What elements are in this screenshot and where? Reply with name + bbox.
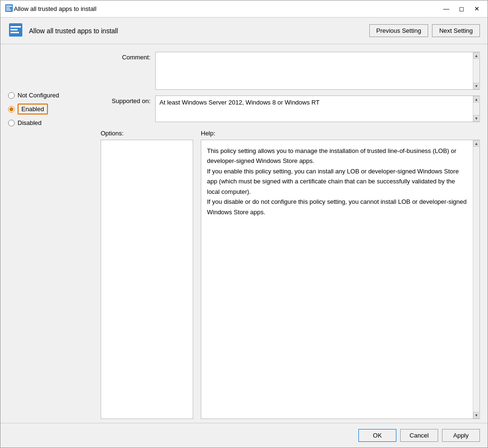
right-column: Comment: ▲ ▼ Supported on: At least Wind… — [101, 52, 480, 419]
options-box — [101, 140, 193, 419]
enabled-label: Enabled — [21, 105, 44, 113]
comment-row: Comment: ▲ ▼ — [101, 52, 480, 90]
lower-section: Options: Help: This policy setting allow… — [101, 130, 480, 419]
svg-rect-6 — [10, 29, 18, 30]
disabled-label: Disabled — [18, 119, 42, 126]
help-scroll-down[interactable]: ▼ — [473, 412, 480, 419]
supported-row: Supported on: At least Windows Server 20… — [101, 95, 480, 122]
minimize-button[interactable]: ― — [439, 4, 453, 14]
comment-scroll-down[interactable]: ▼ — [473, 83, 480, 89]
comment-scrollbar: ▲ ▼ — [473, 52, 479, 89]
radio-group: Not Configured Enabled Disabled — [8, 92, 101, 126]
comment-label: Comment: — [101, 52, 155, 61]
supported-scroll-up[interactable]: ▲ — [473, 96, 480, 103]
comment-textarea[interactable] — [156, 52, 473, 89]
help-text: This policy setting allows you to manage… — [201, 140, 473, 419]
enabled-label-box: Enabled — [18, 104, 48, 114]
previous-setting-button[interactable]: Previous Setting — [369, 24, 429, 37]
next-setting-button[interactable]: Next Setting — [432, 24, 480, 37]
svg-rect-3 — [6, 10, 11, 10]
svg-rect-7 — [10, 32, 19, 33]
help-paragraph-3: If you disable or do not configure this … — [207, 197, 467, 217]
svg-rect-1 — [6, 6, 12, 7]
supported-label: Supported on: — [101, 95, 155, 105]
supported-value: At least Windows Server 2012, Windows 8 … — [156, 96, 473, 122]
supported-scroll-down[interactable]: ▼ — [473, 115, 480, 122]
maximize-button[interactable]: ◻ — [454, 4, 469, 14]
help-column: Help: This policy setting allows you to … — [201, 130, 480, 419]
options-column: Options: — [101, 130, 193, 419]
enabled-radio[interactable] — [8, 106, 15, 113]
cancel-button[interactable]: Cancel — [400, 429, 438, 442]
help-scroll-up[interactable]: ▲ — [473, 140, 480, 147]
ok-button[interactable]: OK — [358, 429, 396, 442]
help-paragraph-1: This policy setting allows you to manage… — [207, 146, 467, 166]
not-configured-option[interactable]: Not Configured — [8, 92, 101, 99]
left-column: Not Configured Enabled Disabled — [8, 52, 101, 419]
header-icon — [8, 22, 23, 39]
window-title: Allow all trusted apps to install — [14, 5, 439, 12]
close-button[interactable]: ✕ — [469, 4, 484, 14]
comment-scroll-up[interactable]: ▲ — [473, 52, 480, 59]
svg-rect-2 — [6, 8, 10, 9]
apply-button[interactable]: Apply — [442, 429, 480, 442]
comment-scroll-track — [473, 59, 479, 83]
enabled-option[interactable]: Enabled — [8, 104, 101, 114]
dialog-header: Allow all trusted apps to install Previo… — [0, 18, 488, 44]
help-box: This policy setting allows you to manage… — [201, 140, 480, 419]
help-scrollbar: ▲ ▼ — [473, 140, 479, 419]
supported-scroll-track — [473, 103, 479, 115]
navigation-buttons: Previous Setting Next Setting — [369, 24, 480, 37]
not-configured-radio[interactable] — [8, 92, 15, 99]
dialog-title: Allow all trusted apps to install — [29, 27, 364, 35]
comment-input-wrapper: ▲ ▼ — [155, 52, 480, 90]
supported-wrapper: At least Windows Server 2012, Windows 8 … — [155, 95, 480, 122]
disabled-radio[interactable] — [8, 120, 15, 126]
title-bar-icon — [4, 3, 14, 14]
main-content: Not Configured Enabled Disabled Comment: — [0, 44, 488, 423]
options-heading: Options: — [101, 130, 193, 137]
svg-rect-5 — [10, 26, 21, 28]
supported-scrollbar: ▲ ▼ — [473, 96, 479, 122]
not-configured-label: Not Configured — [18, 92, 59, 99]
bottom-bar: OK Cancel Apply — [0, 423, 488, 448]
window-controls: ― ◻ ✕ — [439, 4, 484, 14]
disabled-option[interactable]: Disabled — [8, 119, 101, 126]
help-paragraph-2: If you enable this policy setting, you c… — [207, 166, 467, 197]
help-scroll-track — [473, 147, 479, 412]
title-bar: Allow all trusted apps to install ― ◻ ✕ — [0, 0, 488, 18]
help-heading: Help: — [201, 130, 480, 137]
